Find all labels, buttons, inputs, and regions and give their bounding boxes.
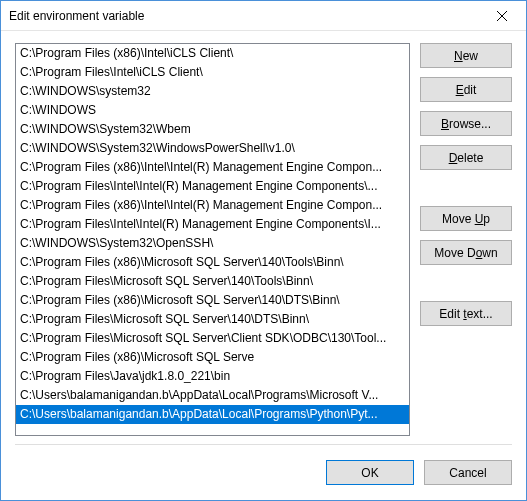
side-button-column: New Edit Browse... Delete Move Up Move D… xyxy=(420,43,512,436)
list-item[interactable]: C:\Program Files\Intel\Intel(R) Manageme… xyxy=(16,177,409,196)
close-button[interactable] xyxy=(479,1,524,30)
list-item[interactable]: C:\WINDOWS\System32\WindowsPowerShell\v1… xyxy=(16,139,409,158)
new-button[interactable]: New xyxy=(420,43,512,68)
list-item[interactable]: C:\Program Files\Microsoft SQL Server\14… xyxy=(16,310,409,329)
delete-button[interactable]: Delete xyxy=(420,145,512,170)
list-item[interactable]: C:\Program Files (x86)\Microsoft SQL Ser… xyxy=(16,291,409,310)
window-title: Edit environment variable xyxy=(9,9,479,23)
titlebar: Edit environment variable xyxy=(1,1,526,31)
list-item[interactable]: C:\Program Files\Intel\Intel(R) Manageme… xyxy=(16,215,409,234)
edit-button[interactable]: Edit xyxy=(420,77,512,102)
cancel-button[interactable]: Cancel xyxy=(424,460,512,485)
browse-button[interactable]: Browse... xyxy=(420,111,512,136)
content-area: C:\Program Files (x86)\Intel\iCLS Client… xyxy=(1,31,526,444)
move-down-button[interactable]: Move Down xyxy=(420,240,512,265)
list-item[interactable]: C:\WINDOWS\System32\Wbem xyxy=(16,120,409,139)
move-up-button[interactable]: Move Up xyxy=(420,206,512,231)
list-item[interactable]: C:\Program Files\Microsoft SQL Server\14… xyxy=(16,272,409,291)
list-item[interactable]: C:\Program Files (x86)\Intel\Intel(R) Ma… xyxy=(16,158,409,177)
list-item[interactable]: C:\Program Files (x86)\Microsoft SQL Ser… xyxy=(16,253,409,272)
spacer xyxy=(420,179,512,197)
list-item[interactable]: C:\WINDOWS xyxy=(16,101,409,120)
dialog-footer: OK Cancel xyxy=(15,444,512,500)
list-item[interactable]: C:\Program Files\Intel\iCLS Client\ xyxy=(16,63,409,82)
list-item[interactable]: C:\Program Files\Java\jdk1.8.0_221\bin xyxy=(16,367,409,386)
list-item[interactable]: C:\WINDOWS\System32\OpenSSH\ xyxy=(16,234,409,253)
list-item[interactable]: C:\WINDOWS\system32 xyxy=(16,82,409,101)
list-item[interactable]: C:\Program Files\Microsoft SQL Server\Cl… xyxy=(16,329,409,348)
ok-button[interactable]: OK xyxy=(326,460,414,485)
list-item[interactable]: C:\Program Files (x86)\Intel\Intel(R) Ma… xyxy=(16,196,409,215)
list-item[interactable]: C:\Program Files (x86)\Microsoft SQL Ser… xyxy=(16,348,409,367)
list-item[interactable]: C:\Program Files (x86)\Intel\iCLS Client… xyxy=(16,44,409,63)
edit-text-button[interactable]: Edit text... xyxy=(420,301,512,326)
close-icon xyxy=(497,11,507,21)
spacer xyxy=(420,274,512,292)
path-list-container: C:\Program Files (x86)\Intel\iCLS Client… xyxy=(15,43,410,436)
path-list[interactable]: C:\Program Files (x86)\Intel\iCLS Client… xyxy=(16,44,409,435)
list-item[interactable]: C:\Users\balamanigandan.b\AppData\Local\… xyxy=(16,386,409,405)
list-item[interactable]: C:\Users\balamanigandan.b\AppData\Local\… xyxy=(16,405,409,424)
dialog-window: Edit environment variable C:\Program Fil… xyxy=(0,0,527,501)
